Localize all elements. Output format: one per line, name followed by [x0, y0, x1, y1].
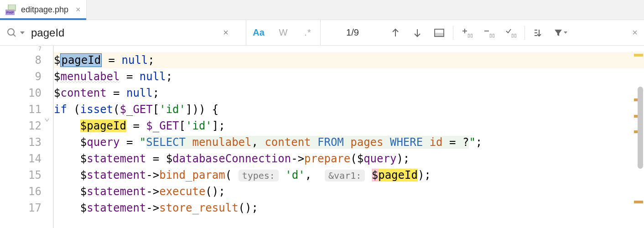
php-file-icon: PHP	[5, 5, 17, 16]
svg-text:▯▯: ▯▯	[467, 33, 473, 38]
svg-rect-8	[435, 33, 444, 36]
clear-find-icon[interactable]: ×	[218, 27, 233, 38]
line-number-gutter: 7 8 9 10 11 12 13 14 15 16 17	[0, 46, 47, 228]
next-match-button[interactable]	[406, 20, 428, 45]
tab-filename: editpage.php	[21, 5, 68, 15]
whole-word-toggle[interactable]: W	[271, 20, 296, 45]
scroll-marker-track[interactable]	[633, 46, 644, 228]
filter-lines-button[interactable]	[528, 20, 550, 45]
close-tab-icon[interactable]: ×	[76, 5, 81, 15]
svg-text:PHP: PHP	[6, 10, 14, 15]
tab-bar: PHP editpage.php ×	[0, 0, 644, 20]
code-line: $content = null;	[54, 85, 644, 101]
code-line: $statement->execute();	[54, 183, 644, 200]
filter-button[interactable]	[550, 20, 571, 45]
code-line: $statement->bind_param( types: 'd', &var…	[54, 167, 644, 183]
warning-marker[interactable]	[634, 54, 643, 57]
code-line: $menulabel = null;	[54, 68, 644, 85]
match-count: 1/9	[321, 27, 384, 38]
match-case-toggle[interactable]: Aa	[246, 20, 271, 45]
find-input-section: ×	[0, 20, 246, 45]
svg-point-3	[8, 29, 14, 35]
find-input[interactable]	[31, 26, 218, 39]
find-bar: × Aa W .* 1/9 ▯▯ ▯▯ ▯▯	[0, 20, 644, 46]
code-line: if (isset($_GET['id'])) {	[54, 101, 644, 118]
search-dropdown-icon[interactable]	[20, 31, 25, 35]
code-line: $pageId = $_GET['id'];	[54, 118, 644, 134]
svg-line-4	[13, 34, 16, 36]
code-line: $statement = $databaseConnection->prepar…	[54, 150, 644, 167]
remove-selection-button[interactable]: ▯▯	[478, 20, 500, 45]
search-icon[interactable]	[6, 27, 17, 38]
svg-text:▯▯: ▯▯	[489, 33, 494, 38]
fold-column	[47, 46, 54, 228]
code-line: $pageId = null;	[54, 52, 644, 68]
find-options: Aa W .*	[246, 20, 321, 45]
scroll-thumb[interactable]	[638, 87, 643, 169]
svg-text:▯▯: ▯▯	[511, 33, 516, 38]
find-marker[interactable]	[634, 201, 643, 203]
prev-match-button[interactable]	[384, 20, 406, 45]
regex-toggle[interactable]: .*	[296, 20, 320, 45]
select-all-button[interactable]	[428, 20, 450, 45]
code-line: $statement->store_result();	[54, 200, 644, 216]
select-all-occurrences-button[interactable]: ▯▯	[500, 20, 522, 45]
find-actions: ▯▯ ▯▯ ▯▯	[384, 20, 571, 45]
find-history-icon[interactable]	[233, 28, 246, 38]
code-content[interactable]: $pageId = null; $menulabel = null; $cont…	[54, 46, 644, 228]
add-selection-button[interactable]: ▯▯	[456, 20, 478, 45]
close-find-icon[interactable]: ×	[632, 27, 638, 38]
code-line: $query = "SELECT menulabel, content FROM…	[54, 134, 644, 150]
code-editor[interactable]: 7 8 9 10 11 12 13 14 15 16 17 $pageId = …	[0, 46, 644, 228]
file-tab[interactable]: PHP editpage.php ×	[0, 0, 87, 20]
fold-marker-icon[interactable]	[44, 117, 50, 123]
